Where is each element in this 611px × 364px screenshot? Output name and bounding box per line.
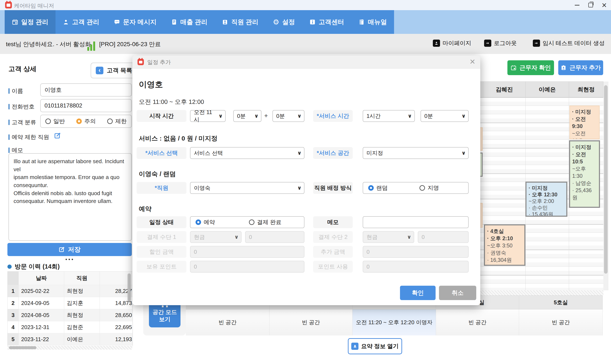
- phone-field-label: 전화번호: [9, 103, 35, 110]
- nav-tab-messages[interactable]: 문자 메시지: [107, 10, 164, 34]
- nav-tab-customers[interactable]: 고객 관리: [55, 10, 106, 34]
- table-row[interactable]: 3 2024-08-05 최현정 28,650: [8, 309, 133, 321]
- memo-input[interactable]: [363, 216, 469, 228]
- grid-vertical-scrollbar-thumb[interactable]: [604, 85, 608, 274]
- dialog-header: 일정 추가 ×: [132, 55, 480, 69]
- cancel-button[interactable]: 취소: [439, 286, 476, 300]
- pay1-amount-input[interactable]: 0: [245, 231, 304, 243]
- points-input[interactable]: 0: [190, 261, 304, 273]
- logout-link[interactable]: 로그아웃: [484, 39, 517, 47]
- save-button[interactable]: 저장: [7, 243, 132, 256]
- pay1-method-select[interactable]: 현금∨: [190, 231, 242, 243]
- name-input[interactable]: 이영호: [40, 83, 132, 96]
- phone-input[interactable]: 010118178802: [40, 99, 132, 112]
- class-radio-normal[interactable]: 일반: [45, 117, 65, 125]
- more-dots[interactable]: •••: [0, 257, 140, 262]
- discount-input[interactable]: 0: [190, 246, 304, 258]
- dialog-title: 일정 추가: [147, 59, 171, 66]
- confirm-button[interactable]: 확인: [400, 286, 435, 300]
- close-window-button[interactable]: ×: [597, 0, 611, 10]
- restore-icon: [588, 3, 593, 7]
- grid-vertical-scrollbar[interactable]: [603, 81, 609, 290]
- table-row[interactable]: 2 2024-09-05 김지훈 14,873: [8, 297, 133, 309]
- reservation-title: 예약: [139, 205, 151, 213]
- pay2-method-select[interactable]: 현금∨: [363, 231, 414, 243]
- status-radio-reserved[interactable]: 예약: [196, 218, 215, 226]
- room-cell-empty-3[interactable]: 빈 공간: [436, 309, 519, 336]
- appointment-card[interactable]: · 미지정 · 오전 9:30 ~오전 10:5 · 황춘자: [570, 106, 599, 139]
- room-cell-empty-1[interactable]: 빈 공간: [186, 309, 270, 336]
- points-use-input[interactable]: 0: [363, 261, 469, 273]
- add-worker-button[interactable]: 근무자 추가: [558, 60, 603, 75]
- id-badge-icon: [561, 65, 567, 71]
- table-row[interactable]: 5 2023-11-22 이예은 12,193: [8, 333, 133, 345]
- visit-history-title: 방문 이력 (14회): [15, 262, 60, 271]
- generate-test-data-link[interactable]: 임시 테스트 데이터 생성: [533, 39, 605, 47]
- close-icon[interactable]: ×: [470, 56, 475, 67]
- nav-tab-staff[interactable]: 직원 관리: [215, 10, 265, 34]
- class-radio-warning[interactable]: 주의: [76, 117, 96, 125]
- assign-radio-random[interactable]: 랜덤: [368, 184, 388, 192]
- maximize-button[interactable]: [584, 0, 597, 10]
- nav-tab-settings[interactable]: ⚙ 설정: [266, 10, 302, 34]
- table-row[interactable]: 4 2023-12-31 김현준 22,695: [8, 321, 133, 333]
- book-icon: [358, 19, 365, 25]
- summary-open-button[interactable]: ∧ 요약 정보 열기: [348, 338, 402, 354]
- table-vertical-scrollbar[interactable]: [128, 273, 131, 301]
- service-space-select[interactable]: 미지정∨: [363, 147, 469, 159]
- dialog-customer-name: 이영호: [139, 79, 163, 90]
- grid-header-staff-2[interactable]: 이예은: [525, 81, 569, 97]
- service-hour-select[interactable]: 1시간∨: [363, 110, 415, 122]
- chevron-down-icon: ∨: [234, 234, 239, 240]
- appointment-card-selected[interactable]: · 4호실 · 오후 2:10 ~오후 3:50 · 권명숙 · 16,304원: [484, 224, 525, 266]
- extra-minute-select[interactable]: 0분∨: [272, 110, 304, 122]
- nav-tab-manual[interactable]: 매뉴얼: [351, 10, 394, 34]
- status-group: 예약 결제 완료: [190, 216, 304, 228]
- class-field-label: 고객 분류: [9, 118, 36, 126]
- service-select-label: *서비스 선택: [137, 147, 186, 159]
- service-select[interactable]: 서비스 선택∨: [190, 147, 304, 159]
- service-time-label: *서비스 시간: [313, 110, 353, 122]
- nav-tab-label: 설정: [282, 18, 295, 26]
- my-page-link[interactable]: 마이페이지: [433, 39, 471, 47]
- nav-tab-sales[interactable]: 매출 관리: [164, 10, 215, 34]
- header-date: 날짜: [19, 272, 64, 285]
- license-text: [PRO] 2025-06-23 만료: [99, 40, 161, 48]
- appointment-card-selected[interactable]: · 미지정 · 오후 12:30 ~오후 2:00 · 손수민 · 15,436…: [525, 182, 567, 217]
- appointment-card-selected[interactable]: · 미지정 · 오전 10:5 ~오후 1:30 · 남영순 · 25,436원: [569, 140, 600, 208]
- calendar-icon: [12, 19, 18, 25]
- nav-tab-schedule[interactable]: 일정 관리: [5, 10, 55, 34]
- table-row[interactable]: 1 2025-02-22 최현정 28,227: [8, 285, 133, 297]
- dialog-time-range: 오전 11:00 ~ 오후 12:00: [139, 98, 204, 106]
- status-label: 일정 상태: [137, 216, 186, 228]
- logout-arrow-icon: [484, 39, 491, 47]
- nav-tab-support[interactable]: 고객센터: [302, 10, 351, 34]
- minimize-button[interactable]: [570, 0, 584, 10]
- start-hour-select[interactable]: 오전 11시∨: [190, 110, 226, 122]
- service-minute-select[interactable]: 0분∨: [421, 110, 469, 122]
- greeting-text: test님 안녕하세요. - 서버 활성화: [6, 40, 91, 48]
- pay1-label: 결제 수단 1: [137, 231, 186, 243]
- grid-header-staff-1[interactable]: 김혜진: [483, 81, 526, 97]
- chevron-down-icon: ∨: [219, 113, 223, 119]
- room-cell-empty-4[interactable]: 빈 공간: [519, 309, 603, 336]
- table-horizontal-scrollbar-thumb[interactable]: [9, 346, 36, 349]
- pay2-amount-input[interactable]: 0: [418, 231, 469, 243]
- edit-icon: [59, 246, 65, 253]
- class-radio-restricted[interactable]: 제한: [107, 117, 127, 125]
- check-worker-button[interactable]: 근무자 확인: [507, 60, 554, 75]
- customer-memo-textarea[interactable]: Illo aut at iure aspernatur labore sed. …: [9, 153, 132, 241]
- nav-tab-label: 고객 관리: [72, 18, 99, 26]
- grid-header-staff-3[interactable]: 최현정: [569, 81, 603, 97]
- start-minute-select[interactable]: 0분∨: [233, 110, 261, 122]
- class-radio-group: 일반 주의 제한: [40, 115, 132, 128]
- staff-select[interactable]: 이영숙∨: [190, 182, 304, 194]
- assign-radio-named[interactable]: 지명: [420, 184, 439, 192]
- room-cell-booked[interactable]: 오전 11:20 ~ 오후 12:20 이명자: [353, 309, 436, 336]
- app-logo-icon: [137, 59, 144, 65]
- status-radio-paid[interactable]: 결제 완료: [249, 218, 282, 226]
- extra-amount-input[interactable]: 0: [363, 246, 469, 258]
- edit-icon[interactable]: [54, 132, 61, 139]
- room-cell-empty-2[interactable]: 빈 공간: [270, 309, 353, 336]
- chevron-down-icon: ∨: [462, 113, 466, 119]
